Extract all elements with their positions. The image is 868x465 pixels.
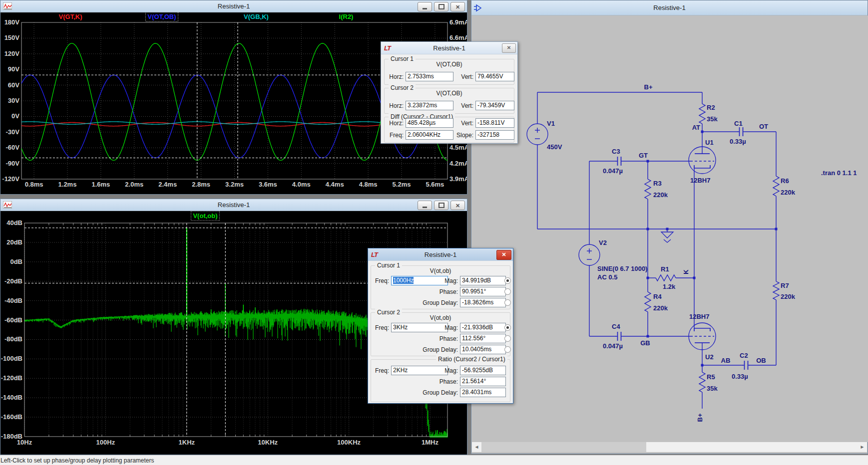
label-C2[interactable]: C2 [740, 352, 748, 359]
label-C4[interactable]: C4 [612, 323, 620, 330]
net-label-GB[interactable]: GB [640, 339, 650, 347]
label-U2[interactable]: U2 [705, 353, 714, 361]
label-C3[interactable]: C3 [612, 148, 620, 155]
scrollbar-thumb[interactable] [481, 442, 646, 452]
component-C3[interactable] [616, 157, 623, 166]
label-V2-2[interactable]: AC 0.5 [597, 273, 617, 281]
value-C1[interactable]: 0.33µ [730, 138, 746, 145]
value-R3[interactable]: 220k [653, 191, 668, 199]
value-R1[interactable]: 1.2k [663, 283, 676, 290]
cursor1-phase-radio[interactable] [504, 288, 511, 295]
minimize-button[interactable] [418, 201, 432, 210]
value-R6[interactable]: 220k [781, 189, 796, 196]
restore-button[interactable] [434, 2, 448, 11]
net-label-AB[interactable]: AB [721, 357, 731, 364]
cursor2-mag-radio[interactable] [504, 324, 511, 331]
scroll-right-arrow[interactable]: ► [858, 442, 867, 452]
label-R5[interactable]: R5 [707, 373, 715, 381]
scroll-left-arrow[interactable]: ◄ [472, 442, 481, 452]
label-V1-0[interactable]: V1 [547, 120, 555, 127]
component-V2[interactable] [579, 244, 600, 265]
cursor1-vert-field[interactable]: 79.4655V [475, 72, 514, 81]
trace-label-I(R2)[interactable]: I(R2) [339, 13, 354, 20]
component-C2[interactable] [743, 361, 750, 370]
net-label-B+[interactable]: B+ [696, 413, 704, 422]
net-label-GT[interactable]: GT [639, 152, 648, 159]
minimize-button[interactable] [418, 2, 432, 11]
ratio-group-delay-field[interactable]: 28.4031ms [460, 388, 506, 397]
cursor2-horz-field[interactable]: 3.23872ms [406, 101, 453, 110]
trace-label-V(OT,OB)[interactable]: V(OT,OB) [147, 13, 176, 20]
value-C3[interactable]: 0.047µ [603, 167, 623, 175]
component-C4[interactable] [616, 332, 623, 341]
diff-freq-field[interactable]: 2.06004KHz [406, 130, 453, 140]
ratio-phase-field[interactable]: 21.5614° [460, 377, 506, 386]
component-R7[interactable] [773, 281, 779, 300]
close-button[interactable]: ✕ [450, 2, 465, 11]
diff-slope-field[interactable]: -327158 [475, 130, 514, 140]
dialog-titlebar[interactable]: LT Resistive-1 ✕ [381, 42, 517, 54]
close-icon[interactable]: ✕ [502, 43, 516, 53]
component-V1[interactable] [527, 124, 548, 145]
horizontal-scrollbar[interactable]: ◄ ► [472, 442, 867, 452]
label-U1[interactable]: U1 [705, 139, 714, 146]
label-V2-0[interactable]: V2 [599, 239, 607, 246]
component-C1[interactable] [738, 127, 745, 136]
component-R6[interactable] [773, 176, 779, 196]
value-R5[interactable]: 35k [707, 385, 718, 392]
cursor1-horz-field[interactable]: 2.7533ms [406, 72, 453, 81]
schematic-canvas[interactable]: R235kR3220kR4220kR6220kR7220kR535kR11.2k… [472, 15, 868, 442]
ratio-mag-field[interactable]: -56.9255dB [460, 366, 506, 375]
titlebar-waveform-transient[interactable]: Resistive-1 ✕ [0, 0, 467, 12]
net-label-B+[interactable]: B+ [644, 83, 653, 91]
cursor2-mag-field[interactable]: -21.9336dB [460, 323, 506, 332]
value-R4[interactable]: 220k [653, 304, 668, 312]
cursor1-mag-radio[interactable] [504, 277, 511, 284]
ground-symbol[interactable] [661, 232, 673, 242]
value-R2[interactable]: 35k [707, 115, 718, 123]
label-R7[interactable]: R7 [781, 282, 789, 289]
label-R2[interactable]: R2 [707, 104, 715, 111]
label-R4[interactable]: R4 [653, 293, 662, 300]
close-icon[interactable]: ✕ [496, 250, 511, 260]
spice-directive[interactable]: .tran 0 1.1 1 [821, 169, 857, 177]
cursor2-vert-field[interactable]: -79.3459V [475, 101, 514, 110]
titlebar-schematic[interactable]: Resistive-1 [471, 0, 868, 15]
net-label-OB[interactable]: OB [756, 357, 766, 364]
net-label-K[interactable]: K [682, 269, 690, 274]
cursor2-phase-field[interactable]: 112.556° [460, 334, 506, 343]
close-button[interactable]: ✕ [450, 201, 465, 210]
label-V1-1[interactable]: 450V [547, 143, 562, 151]
component-R2[interactable] [699, 104, 705, 124]
cursor1-group-delay-radio[interactable] [504, 299, 511, 306]
label-V2-1[interactable]: SINE(0 6.7 1000) [597, 265, 647, 272]
label-C1[interactable]: C1 [734, 120, 743, 127]
type-U1[interactable]: 12BH7 [690, 177, 710, 184]
label-R3[interactable]: R3 [653, 180, 662, 187]
component-R3[interactable] [645, 179, 651, 199]
label-R6[interactable]: R6 [781, 177, 789, 185]
cursor1-group-delay-field[interactable]: -18.3626ms [460, 298, 506, 307]
type-U2[interactable]: 12BH7 [689, 313, 709, 320]
cursor2-group-delay-field[interactable]: 10.0405ms [460, 345, 506, 354]
value-R7[interactable]: 220k [781, 293, 796, 300]
cursor2-phase-radio[interactable] [504, 335, 511, 342]
cursor1-mag-field[interactable]: 34.9919dB [460, 276, 506, 285]
label-R1[interactable]: R1 [661, 265, 669, 273]
trace-label-V(GB,K)[interactable]: V(GB,K) [244, 13, 269, 20]
restore-button[interactable] [434, 201, 448, 210]
diff-vert-field[interactable]: -158.811V [475, 118, 514, 128]
component-R4[interactable] [645, 292, 651, 312]
titlebar-waveform-fft[interactable]: Resistive-1 ✕ [0, 199, 467, 211]
cursor2-group-delay-radio[interactable] [504, 346, 511, 353]
value-C4[interactable]: 0.047µ [603, 342, 623, 350]
net-label-AT[interactable]: AT [692, 124, 700, 131]
net-label-OT[interactable]: OT [759, 123, 768, 130]
component-R1[interactable] [656, 275, 676, 281]
dialog-titlebar[interactable]: LT Resistive-1 ✕ [368, 248, 513, 261]
trace-label-V(GT,K)[interactable]: V(GT,K) [59, 13, 82, 20]
value-C2[interactable]: 0.33µ [732, 373, 748, 380]
trace-label-V(ot,ob)[interactable]: V(ot,ob) [193, 212, 217, 220]
component-R5[interactable] [699, 372, 705, 392]
cursor1-phase-field[interactable]: 90.9951° [460, 287, 506, 296]
